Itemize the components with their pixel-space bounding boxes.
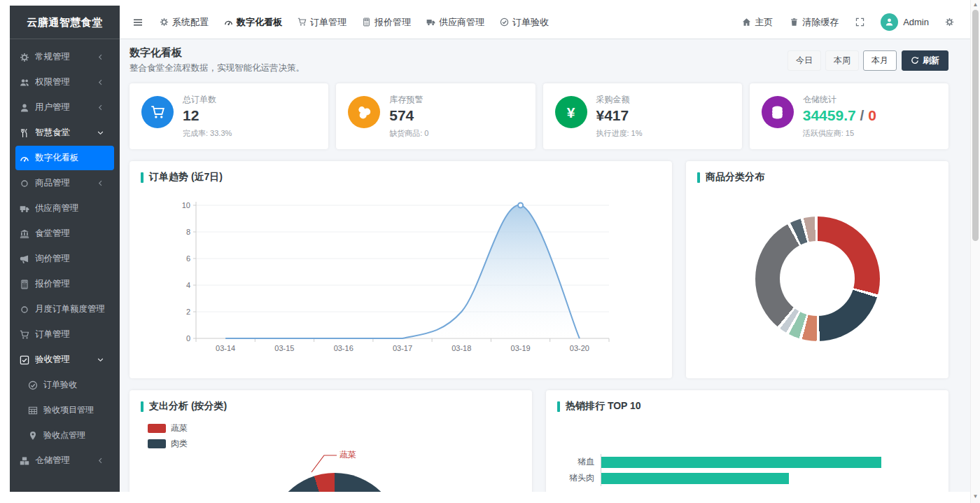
stat-body: 采购金额¥417执行进度: 1% [596, 94, 643, 139]
chevron-left-icon [97, 53, 104, 61]
sidebar-item-label: 订单验收 [43, 379, 110, 391]
sidebar-item-warehouse-management[interactable]: 仓储管理 [15, 448, 114, 473]
svg-text:4: 4 [186, 281, 190, 289]
stats-row: 总订单数12完成率: 33.3%库存预警574缺货商品: 0¥采购金额¥417执… [130, 83, 948, 149]
chart-title: 商品分类分布 [706, 171, 764, 184]
top-navbar: 系统配置数字化看板订单管理报价管理供应商管理订单验收 主页 清除缓存 Admin [120, 6, 970, 39]
refresh-label: 刷新 [923, 55, 939, 67]
stat-value: ¥417 [596, 106, 643, 124]
order-trend-chart: 024681003-1403-1503-1603-1703-1803-1903-… [130, 189, 672, 374]
nav-home[interactable]: 主页 [734, 16, 780, 29]
legend-item-肉类[interactable]: 肉类 [148, 438, 532, 450]
sidebar-item-acceptance-point-management[interactable]: 验收点管理 [15, 423, 114, 448]
sidebar-item-label: 验收项目管理 [43, 404, 110, 416]
avatar [881, 13, 898, 31]
sidebar-item-label: 常规管理 [35, 51, 97, 63]
scrollbar-down-arrow[interactable]: ▼ [971, 492, 980, 501]
sidebar-item-supplier-management[interactable]: 供应商管理 [15, 196, 114, 221]
top-sellers-card: 热销排行 TOP 10 猪血猪头肉 [546, 390, 948, 492]
check-circle-icon [500, 18, 509, 27]
database-icon [770, 105, 785, 120]
chevron-left-icon [97, 104, 104, 111]
bar-value[interactable] [601, 473, 789, 484]
sidebar-item-acceptance-management[interactable]: 验收管理 [15, 347, 114, 372]
page-header-text: 数字化看板 整合食堂全流程数据，实现智能化运营决策。 [130, 46, 304, 74]
svg-text:03-16: 03-16 [334, 344, 354, 352]
svg-text:03-19: 03-19 [511, 344, 531, 352]
scrollbar-up-arrow[interactable]: ▲ [971, 0, 980, 9]
page-scrollbar[interactable]: ▲ ▼ [970, 0, 980, 503]
sidebar-item-user-management[interactable]: 用户管理 [15, 95, 114, 120]
bar-track [601, 470, 934, 486]
sidebar-item-digital-dashboard[interactable]: 数字化看板 [15, 146, 114, 170]
legend-label: 肉类 [171, 438, 188, 450]
nav-digital-dashboard[interactable]: 数字化看板 [216, 6, 290, 39]
callout-label: 蔬菜 [340, 450, 356, 459]
app-frame: 云膳通智慧食堂 常规管理权限管理用户管理智慧食堂数字化看板商品管理供应商管理食堂… [10, 6, 970, 492]
sidebar-item-label: 报价管理 [35, 278, 110, 290]
user-name: Admin [903, 17, 929, 27]
period-button-今日[interactable]: 今日 [788, 50, 821, 71]
sidebar-item-inquiry-management[interactable]: 询价管理 [15, 247, 114, 271]
nav-order-acceptance[interactable]: 订单验收 [492, 6, 556, 39]
fullscreen-button[interactable] [848, 18, 872, 27]
stat-footer: 缺货商品: 0 [389, 128, 428, 139]
stat-icon-circle [348, 96, 380, 128]
settings-button[interactable] [937, 18, 962, 27]
card-header: 订单趋势 (近7日) [130, 161, 672, 189]
sidebar-toggle[interactable] [128, 13, 148, 32]
sidebar-item-product-management[interactable]: 商品管理 [15, 171, 114, 195]
svg-text:10: 10 [182, 201, 190, 209]
sidebar-item-label: 数字化看板 [35, 152, 110, 164]
nav-quote-management[interactable]: 报价管理 [354, 6, 419, 39]
sidebar-item-permission-management[interactable]: 权限管理 [15, 70, 114, 95]
stat-footer: 完成率: 33.3% [183, 128, 232, 139]
bar-value[interactable] [601, 457, 881, 468]
nav-order-management[interactable]: 订单管理 [290, 6, 354, 39]
utensils-icon [20, 128, 29, 138]
brand-title[interactable]: 云膳通智慧食堂 [10, 6, 120, 39]
nav-item-label: 订单管理 [310, 16, 346, 29]
svg-text:03-14: 03-14 [216, 344, 235, 352]
nav-system-config[interactable]: 系统配置 [152, 6, 216, 39]
sidebar-item-quote-management[interactable]: 报价管理 [15, 272, 114, 296]
nav-supplier-management[interactable]: 供应商管理 [419, 6, 492, 39]
nav-item-label: 系统配置 [172, 16, 209, 29]
card-header: 支出分析 (按分类) [130, 390, 532, 418]
sidebar-item-canteen-management[interactable]: 食堂管理 [15, 221, 114, 246]
period-button-本周[interactable]: 本周 [825, 50, 859, 71]
donut-wrap [686, 189, 948, 368]
stat-card-total-orders: 总订单数12完成率: 33.3% [130, 83, 328, 149]
page-header: 数字化看板 整合食堂全流程数据，实现智能化运营决策。 今日本周本月 刷新 [130, 46, 948, 74]
card-header: 商品分类分布 [686, 161, 948, 189]
sidebar-item-smart-canteen[interactable]: 智慧食堂 [15, 120, 114, 145]
sidebar-item-general-management[interactable]: 常规管理 [15, 45, 114, 69]
stat-icon-circle: ¥ [555, 96, 587, 128]
period-button-本月[interactable]: 本月 [863, 50, 897, 71]
page-title: 数字化看板 [130, 46, 304, 60]
bank-icon [20, 229, 29, 239]
charts-row-1: 订单趋势 (近7日) 024681003-1403-1503-1603-1703… [130, 161, 948, 378]
stat-card-stock-alerts: 库存预警574缺货商品: 0 [336, 83, 535, 149]
charts-row-2: 支出分析 (按分类) 蔬菜肉类 蔬菜 热销排行 TOP 10 [130, 390, 948, 492]
svg-text:03-17: 03-17 [393, 344, 412, 352]
sidebar-item-order-management[interactable]: 订单管理 [15, 322, 114, 347]
stat-footer: 执行进度: 1% [596, 128, 643, 139]
title-accent-bar [697, 172, 700, 183]
sidebar-item-monthly-order-quota[interactable]: 月度订单额度管理 [15, 297, 114, 322]
title-accent-bar [141, 172, 144, 183]
truck-icon [20, 204, 29, 214]
sidebar-item-acceptance-project-management[interactable]: 验收项目管理 [15, 398, 114, 422]
stat-label: 采购金额 [596, 94, 643, 106]
svg-text:6: 6 [186, 254, 190, 263]
scrollbar-thumb[interactable] [972, 10, 979, 241]
svg-text:2: 2 [186, 308, 190, 316]
refresh-button[interactable]: 刷新 [902, 50, 948, 71]
legend-item-蔬菜[interactable]: 蔬菜 [148, 422, 532, 434]
nav-home-label: 主页 [755, 16, 773, 29]
pie-callout: 蔬菜 [309, 450, 356, 474]
nav-clear-cache[interactable]: 清除缓存 [782, 16, 846, 29]
sidebar-item-label: 月度订单额度管理 [35, 303, 110, 315]
sidebar-item-order-acceptance[interactable]: 订单验收 [15, 373, 114, 397]
user-menu[interactable]: Admin [874, 13, 936, 31]
